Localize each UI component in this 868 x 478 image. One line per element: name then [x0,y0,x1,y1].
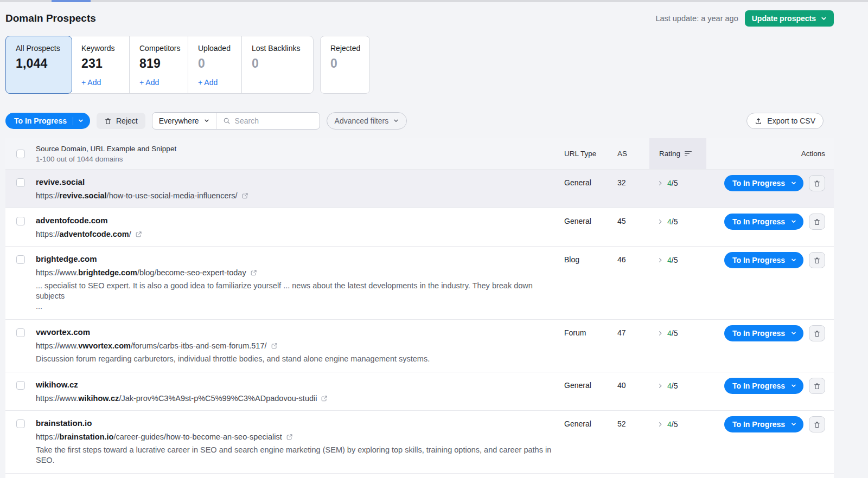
rating-value: 4/5 [667,419,678,429]
add-link[interactable]: + Add [81,78,129,87]
search-box [216,117,320,125]
url-example: https://www.wikihow.cz/Jak-prov%C3%A9st-… [36,394,559,403]
col-header-url-type: URL Type [559,150,609,158]
col-header-actions: Actions [706,150,834,158]
url-text[interactable]: https://brainstation.io/career-guides/ho… [36,432,282,441]
source-domain[interactable]: brightedge.com [36,254,559,263]
prospect-tab[interactable]: All Prospects 1,044 [5,36,72,94]
prospect-tab[interactable]: Competitors 819 + Add [130,36,188,93]
chevron-down-icon [791,383,796,389]
as-value: 52 [609,418,649,466]
external-link-icon[interactable] [250,269,257,276]
chevron-down-icon [791,331,796,336]
advanced-filters-button[interactable]: Advanced filters [327,112,407,130]
prospect-tab[interactable]: Lost Backlinks 0 [242,36,313,93]
active-tab-indicator [52,0,91,2]
expand-rating-icon[interactable] [657,218,663,225]
bulk-action-dropdown-button[interactable]: To In Progress [5,113,90,129]
search-icon [223,117,231,125]
page-title: Domain Prospects [5,12,96,24]
expand-rating-icon[interactable] [657,421,663,428]
export-csv-button[interactable]: Export to CSV [746,113,824,129]
tab-label: Keywords [81,44,129,53]
row-delete-button[interactable] [809,214,825,230]
external-link-icon[interactable] [271,343,278,350]
row-delete-button[interactable] [809,378,825,394]
row-checkbox[interactable] [16,419,25,428]
url-text[interactable]: https://adventofcode.com/ [36,230,131,238]
trash-icon [813,218,821,226]
url-type-value: General [559,177,609,200]
url-text[interactable]: https://www.wikihow.cz/Jak-prov%C3%A9st-… [36,394,317,403]
rating-value: 4/5 [667,381,678,391]
table-header: Source Domain, URL Example and Snippet 1… [5,138,834,169]
prospect-tab[interactable]: Keywords 231 + Add [72,36,130,93]
row-status-dropdown-button[interactable]: To In Progress [724,214,803,230]
tab-count: 0 [198,56,241,71]
table-row: revive.social https://revive.social/how-… [5,169,834,208]
expand-rating-icon[interactable] [657,180,663,186]
row-checkbox[interactable] [16,328,25,337]
table-row: webhostingtalk.com Forum 38 4/5 To In Pr… [5,473,834,478]
prospect-tabs: All Prospects 1,044 Keywords 231 + Add C… [5,36,834,94]
table-row: wikihow.cz https://www.wikihow.cz/Jak-pr… [5,372,834,410]
row-checkbox[interactable] [16,217,25,225]
prospect-tab[interactable]: Uploaded 0 + Add [188,36,242,93]
url-example: https://brainstation.io/career-guides/ho… [36,432,559,441]
chevron-down-icon [791,219,796,224]
external-link-icon[interactable] [135,231,142,238]
row-status-dropdown-button[interactable]: To In Progress [724,175,803,191]
trash-icon [813,256,821,264]
trash-icon [813,330,821,338]
external-link-icon[interactable] [241,192,248,199]
update-prospects-button[interactable]: Update prospects [745,10,834,27]
row-delete-button[interactable] [809,252,825,268]
source-domain[interactable]: vwvortex.com [36,327,559,337]
row-checkbox[interactable] [16,178,25,187]
row-status-dropdown-button[interactable]: To In Progress [724,252,803,268]
row-delete-button[interactable] [809,325,825,341]
row-status-dropdown-button[interactable]: To In Progress [724,416,803,432]
source-domain[interactable]: revive.social [36,177,559,186]
row-delete-button[interactable] [809,175,825,191]
tab-label: Lost Backlinks [252,44,313,53]
row-status-dropdown-button[interactable]: To In Progress [724,378,803,394]
url-text[interactable]: https://revive.social/how-to-use-social-… [36,191,238,200]
rating-value: 4/5 [667,217,678,227]
source-domain[interactable]: wikihow.cz [36,380,559,389]
url-text[interactable]: https://www.vwvortex.com/forums/carbs-it… [36,341,267,350]
reject-button[interactable]: Reject [97,113,145,129]
expand-rating-icon[interactable] [657,330,663,337]
row-checkbox[interactable] [16,381,25,390]
export-icon [755,117,762,125]
trash-icon [813,421,821,429]
tab-label: Rejected [330,44,369,53]
row-status-dropdown-button[interactable]: To In Progress [724,325,803,341]
source-domain[interactable]: adventofcode.com [36,216,559,225]
prospect-tabs-separate: Rejected 0 [314,36,370,94]
search-input[interactable] [235,117,311,125]
col-header-rating[interactable]: Rating [649,138,706,169]
expand-rating-icon[interactable] [657,383,663,389]
url-example: https://www.brightedge.com/blog/become-s… [36,268,559,277]
as-value: 45 [609,216,649,238]
url-type-value: Blog [559,254,609,312]
source-domain[interactable]: brainstation.io [36,418,559,428]
add-link[interactable]: + Add [198,78,241,87]
external-link-icon[interactable] [286,434,293,441]
add-link[interactable]: + Add [139,78,188,87]
browser-tab-strip [0,0,868,2]
tab-count: 0 [252,56,313,71]
prospect-tab[interactable]: Rejected 0 [320,36,370,94]
expand-rating-icon[interactable] [657,257,663,263]
url-type-value: Forum [559,327,609,364]
tab-label: All Prospects [16,44,72,53]
col-header-as: AS [609,150,649,158]
as-value: 32 [609,177,649,200]
row-checkbox[interactable] [16,255,25,264]
row-delete-button[interactable] [809,416,825,432]
url-text[interactable]: https://www.brightedge.com/blog/become-s… [36,268,246,277]
search-scope-dropdown[interactable]: Everywhere [152,113,216,129]
external-link-icon[interactable] [321,395,328,402]
select-all-checkbox[interactable] [16,150,25,158]
